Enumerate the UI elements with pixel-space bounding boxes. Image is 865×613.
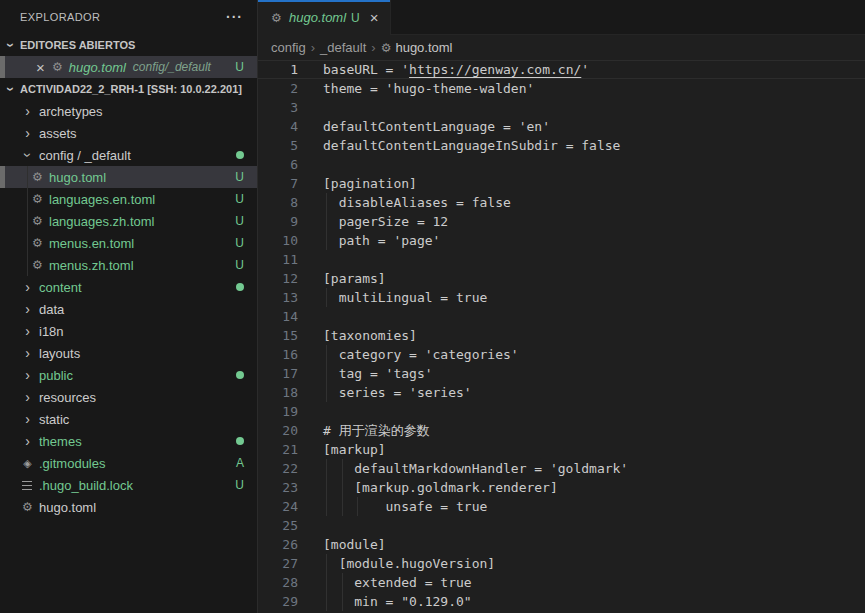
tree-folder-archetypes[interactable]: ›archetypes bbox=[0, 100, 257, 122]
tree-folder-i18n[interactable]: ›i18n bbox=[0, 320, 257, 342]
code-line-text[interactable]: [module.hugoVersion] bbox=[323, 554, 865, 573]
line-number[interactable]: 22 bbox=[258, 459, 298, 478]
code-line-text[interactable]: disableAliases = false bbox=[323, 193, 865, 212]
chevron-down-icon: › bbox=[4, 38, 18, 53]
code-line-text[interactable]: [taxonomies] bbox=[323, 326, 865, 345]
indent-guide bbox=[326, 497, 327, 516]
line-number[interactable]: 26 bbox=[258, 535, 298, 554]
code-line-text[interactable] bbox=[323, 98, 865, 117]
line-number[interactable]: 28 bbox=[258, 573, 298, 592]
close-icon[interactable]: × bbox=[36, 60, 45, 75]
line-number[interactable]: 15 bbox=[258, 326, 298, 345]
code-line-text[interactable]: [module] bbox=[323, 535, 865, 554]
line-number[interactable]: 7 bbox=[258, 174, 298, 193]
line-number[interactable]: 11 bbox=[258, 250, 298, 269]
tree-item-label: hugo.toml bbox=[49, 170, 106, 185]
code-line-text[interactable]: category = 'categories' bbox=[323, 345, 865, 364]
line-number[interactable]: 20 bbox=[258, 421, 298, 440]
section-open-editors[interactable]: › EDITORES ABIERTOS bbox=[0, 34, 257, 56]
code-line-text[interactable] bbox=[323, 402, 865, 421]
code-line-text[interactable]: pagerSize = 12 bbox=[323, 212, 865, 231]
code-line-text[interactable]: defaultContentLanguageInSubdir = false bbox=[323, 136, 865, 155]
tab-hugo-toml[interactable]: ⚙ hugo.toml U × bbox=[258, 0, 391, 35]
code-line-text[interactable]: defaultMarkdownHandler = 'goldmark' bbox=[323, 459, 865, 478]
line-number[interactable]: 24 bbox=[258, 497, 298, 516]
more-actions-icon[interactable]: ··· bbox=[226, 10, 243, 24]
code-line-text[interactable] bbox=[323, 155, 865, 174]
git-changes-dot bbox=[236, 371, 244, 379]
git-changes-dot bbox=[236, 283, 244, 291]
tree-file-hugo.toml[interactable]: ⚙hugo.toml bbox=[0, 496, 257, 518]
section-workspace[interactable]: › ACTIVIDAD22_2_RRH-1 [SSH: 10.0.22.201] bbox=[0, 78, 257, 100]
line-number[interactable]: 12 bbox=[258, 269, 298, 288]
tree-file-.gitmodules[interactable]: ◈.gitmodulesA bbox=[0, 452, 257, 474]
code-line-text[interactable] bbox=[323, 250, 865, 269]
tree-file-hugo.toml[interactable]: ⚙hugo.tomlU bbox=[0, 166, 257, 188]
code-line-text[interactable]: [pagination] bbox=[323, 174, 865, 193]
chevron-right-icon: › bbox=[20, 412, 35, 426]
line-number[interactable]: 29 bbox=[258, 592, 298, 611]
line-number[interactable]: 6 bbox=[258, 155, 298, 174]
code-line-text[interactable]: extended = true bbox=[323, 573, 865, 592]
code-line-text[interactable]: unsafe = true bbox=[323, 497, 865, 516]
tree-folder-themes[interactable]: ›themes bbox=[0, 430, 257, 452]
line-number[interactable]: 2 bbox=[258, 79, 298, 98]
indent-guide bbox=[342, 478, 343, 497]
tree-folder-config-_default[interactable]: ›config / _default bbox=[0, 144, 257, 166]
tree-folder-data[interactable]: ›data bbox=[0, 298, 257, 320]
tree-file-menus.en.toml[interactable]: ⚙menus.en.tomlU bbox=[0, 232, 257, 254]
code-line-text[interactable] bbox=[323, 516, 865, 535]
tree-folder-public[interactable]: ›public bbox=[0, 364, 257, 386]
tree-folder-layouts[interactable]: ›layouts bbox=[0, 342, 257, 364]
code-line-text[interactable]: # 用于渲染的参数 bbox=[323, 421, 865, 440]
line-number[interactable]: 14 bbox=[258, 307, 298, 326]
line-number[interactable]: 23 bbox=[258, 478, 298, 497]
code-editor[interactable]: 1baseURL = 'https://genway.com.cn/'2them… bbox=[258, 60, 865, 613]
line-number[interactable]: 1 bbox=[258, 60, 298, 79]
tree-file-menus.zh.toml[interactable]: ⚙menus.zh.tomlU bbox=[0, 254, 257, 276]
tree-file-languages.zh.toml[interactable]: ⚙languages.zh.tomlU bbox=[0, 210, 257, 232]
line-number[interactable]: 16 bbox=[258, 345, 298, 364]
open-editor-item[interactable]: × ⚙ hugo.toml config/_default U bbox=[0, 56, 257, 78]
vscode-window: EXPLORADOR ··· › EDITORES ABIERTOS × ⚙ h… bbox=[0, 0, 865, 613]
open-editor-filename: hugo.toml bbox=[69, 60, 126, 75]
code-line-text[interactable]: defaultContentLanguage = 'en' bbox=[323, 117, 865, 136]
line-number[interactable]: 5 bbox=[258, 136, 298, 155]
line-number[interactable]: 18 bbox=[258, 383, 298, 402]
tree-folder-static[interactable]: ›static bbox=[0, 408, 257, 430]
breadcrumb-config[interactable]: config bbox=[271, 40, 306, 55]
code-line-text[interactable]: theme = 'hugo-theme-walden' bbox=[323, 79, 865, 98]
line-number[interactable]: 21 bbox=[258, 440, 298, 459]
line-number[interactable]: 25 bbox=[258, 516, 298, 535]
line-number[interactable]: 17 bbox=[258, 364, 298, 383]
code-line-text[interactable]: [params] bbox=[323, 269, 865, 288]
code-line-text[interactable]: tag = 'tags' bbox=[323, 364, 865, 383]
line-number[interactable]: 19 bbox=[258, 402, 298, 421]
code-line-text[interactable]: [markup.goldmark.renderer] bbox=[323, 478, 865, 497]
line-number[interactable]: 3 bbox=[258, 98, 298, 117]
code-line-text[interactable]: path = 'page' bbox=[323, 231, 865, 250]
code-line-text[interactable]: baseURL = 'https://genway.com.cn/' bbox=[323, 60, 865, 79]
line-number[interactable]: 8 bbox=[258, 193, 298, 212]
line-number[interactable]: 9 bbox=[258, 212, 298, 231]
code-line-text[interactable]: series = 'series' bbox=[323, 383, 865, 402]
line-number[interactable]: 27 bbox=[258, 554, 298, 573]
line-number[interactable]: 13 bbox=[258, 288, 298, 307]
tree-folder-resources[interactable]: ›resources bbox=[0, 386, 257, 408]
tree-folder-content[interactable]: ›content bbox=[0, 276, 257, 298]
tree-folder-assets[interactable]: ›assets bbox=[0, 122, 257, 144]
code-line-text[interactable]: multiLingual = true bbox=[323, 288, 865, 307]
code-line-text[interactable]: min = "0.129.0" bbox=[323, 592, 865, 611]
code-line-15: 15[taxonomies] bbox=[258, 326, 865, 345]
code-line-text[interactable] bbox=[323, 307, 865, 326]
tree-file-languages.en.toml[interactable]: ⚙languages.en.tomlU bbox=[0, 188, 257, 210]
link-url[interactable]: https://genway.com.cn/ bbox=[409, 62, 581, 77]
indent-guide bbox=[326, 383, 327, 402]
code-line-text[interactable]: [markup] bbox=[323, 440, 865, 459]
line-number[interactable]: 4 bbox=[258, 117, 298, 136]
breadcrumb-default[interactable]: _default bbox=[320, 40, 366, 55]
line-number[interactable]: 10 bbox=[258, 231, 298, 250]
breadcrumb-file[interactable]: hugo.toml bbox=[395, 40, 452, 55]
tree-file-.hugo_build.lock[interactable]: .hugo_build.lockU bbox=[0, 474, 257, 496]
close-icon[interactable]: × bbox=[370, 10, 379, 25]
